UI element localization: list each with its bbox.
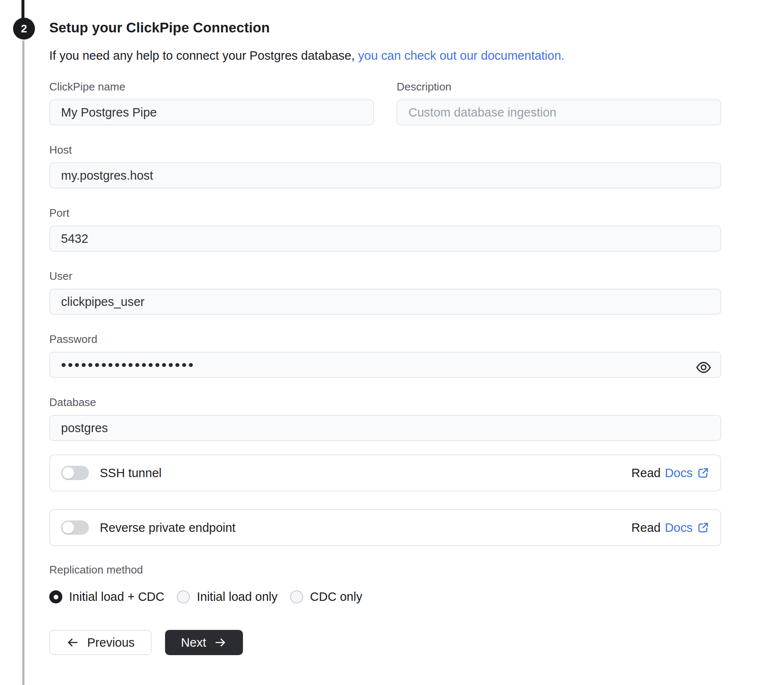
docs-link-text: Docs xyxy=(665,466,693,480)
radio-label: Initial load only xyxy=(197,590,277,604)
form-actions: Previous Next xyxy=(49,630,721,655)
field-password: Password xyxy=(49,332,721,378)
step-number-badge: 2 xyxy=(13,18,35,40)
help-text: If you need any help to connect your Pos… xyxy=(49,48,721,63)
reverse-private-endpoint-row: Reverse private endpoint Read Docs xyxy=(49,509,721,546)
step-rail-line-bottom xyxy=(22,40,24,685)
toggle-knob xyxy=(62,467,74,479)
field-host: Host xyxy=(49,143,721,189)
arrow-left-icon xyxy=(66,636,80,649)
replication-method-options: Initial load + CDC Initial load only CDC… xyxy=(49,590,721,604)
next-button[interactable]: Next xyxy=(165,630,243,655)
docs-link-text: Docs xyxy=(665,521,693,535)
reverse-private-endpoint-toggle[interactable] xyxy=(61,520,89,535)
field-description: Description xyxy=(397,80,721,125)
radio-initial-load-cdc[interactable]: Initial load + CDC xyxy=(49,590,164,604)
description-input[interactable] xyxy=(397,99,721,125)
eye-icon xyxy=(696,359,712,375)
reverse-endpoint-docs-link[interactable]: Docs xyxy=(665,521,709,535)
description-label: Description xyxy=(397,80,721,93)
external-link-icon xyxy=(697,467,709,479)
radio-button-icon[interactable] xyxy=(49,590,62,603)
radio-cdc-only[interactable]: CDC only xyxy=(290,590,362,604)
port-label: Port xyxy=(49,206,721,220)
field-clickpipe-name: ClickPipe name xyxy=(49,80,374,125)
replication-method-label: Replication method xyxy=(49,563,721,576)
read-text: Read xyxy=(632,521,661,535)
user-input[interactable] xyxy=(49,289,721,315)
clickpipe-name-input[interactable] xyxy=(49,99,374,125)
radio-button-icon[interactable] xyxy=(290,590,303,603)
user-label: User xyxy=(49,269,721,283)
step-rail-line-top xyxy=(21,0,24,19)
previous-button[interactable]: Previous xyxy=(49,630,152,655)
reverse-private-endpoint-label: Reverse private endpoint xyxy=(100,521,235,535)
help-text-plain: If you need any help to connect your Pos… xyxy=(49,49,355,62)
documentation-link[interactable]: you can check out our documentation. xyxy=(358,49,565,62)
ssh-docs-link[interactable]: Docs xyxy=(665,466,709,480)
step-number: 2 xyxy=(21,22,27,35)
external-link-icon xyxy=(697,521,709,534)
page-title: Setup your ClickPipe Connection xyxy=(49,19,721,36)
password-label: Password xyxy=(49,332,721,346)
port-input[interactable] xyxy=(49,226,721,252)
ssh-tunnel-toggle[interactable] xyxy=(61,466,89,480)
ssh-tunnel-row: SSH tunnel Read Docs xyxy=(49,454,721,491)
field-user: User xyxy=(49,269,721,315)
toggle-knob xyxy=(62,522,74,534)
clickpipe-name-label: ClickPipe name xyxy=(49,80,374,93)
radio-label: CDC only xyxy=(310,590,362,604)
radio-button-icon[interactable] xyxy=(177,590,190,603)
database-input[interactable] xyxy=(49,415,721,441)
field-port: Port xyxy=(49,206,721,252)
password-input[interactable] xyxy=(49,352,721,378)
previous-button-label: Previous xyxy=(87,636,135,650)
read-text: Read xyxy=(632,466,661,480)
database-label: Database xyxy=(49,396,721,409)
arrow-right-icon xyxy=(213,636,227,649)
host-label: Host xyxy=(49,143,721,157)
ssh-tunnel-label: SSH tunnel xyxy=(100,466,162,480)
host-input[interactable] xyxy=(49,162,721,189)
next-button-label: Next xyxy=(181,636,206,650)
field-database: Database xyxy=(49,396,721,441)
setup-connection-section: Setup your ClickPipe Connection If you n… xyxy=(49,0,721,655)
show-password-button[interactable] xyxy=(694,358,713,377)
radio-label: Initial load + CDC xyxy=(69,590,164,604)
radio-initial-load-only[interactable]: Initial load only xyxy=(177,590,277,604)
